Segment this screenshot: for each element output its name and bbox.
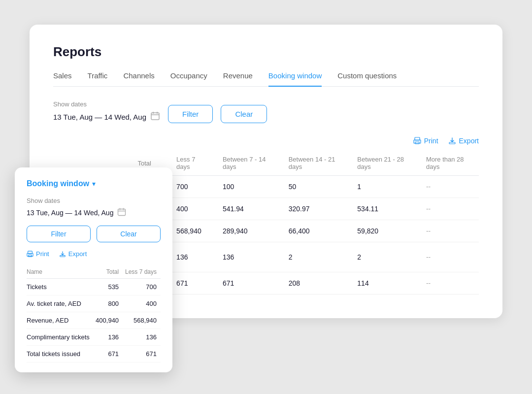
row-less7: 136 <box>169 242 216 272</box>
row-more28: -- <box>419 272 479 295</box>
row-b7-14: 671 <box>216 272 282 295</box>
svg-rect-15 <box>60 255 65 257</box>
filter-row: Show dates 13 Tue, Aug — 14 Wed, Aug Fil… <box>53 100 479 123</box>
popup-table-row: Total tickets issued 671 671 <box>27 346 161 362</box>
row-more28: -- <box>419 176 479 198</box>
action-row: Print Export <box>53 137 479 145</box>
row-b21-28: 1 <box>350 176 419 198</box>
col-more28: More than 28 days <box>419 151 479 176</box>
popup-row-total: 671 <box>94 346 123 362</box>
tab-revenue[interactable]: Revenue <box>223 71 253 87</box>
row-b21-28: 114 <box>350 272 419 295</box>
row-b14-21: 66,400 <box>282 220 351 242</box>
popup-print-link[interactable]: Print <box>27 250 49 258</box>
popup-action-row: Print Export <box>27 250 161 258</box>
row-b14-21: 2 <box>282 242 351 272</box>
filter-button[interactable]: Filter <box>168 105 213 123</box>
popup-table: Name Total Less 7 days Tickets 535 700 A… <box>27 265 161 362</box>
col-b7-14: Between 7 - 14 days <box>216 151 282 176</box>
export-link[interactable]: Export <box>448 137 479 145</box>
tab-channels[interactable]: Channels <box>123 71 154 87</box>
popup-row-name: Total tickets issued <box>27 346 94 362</box>
row-b14-21: 50 <box>282 176 351 198</box>
row-b21-28: 534.11 <box>350 198 419 220</box>
nav-tabs: Sales Traffic Channels Occupancy Revenue… <box>53 71 479 87</box>
print-link[interactable]: Print <box>413 137 438 145</box>
popup-date-row: 13 Tue, Aug — 14 Wed, Aug <box>27 207 161 218</box>
row-more28: -- <box>419 220 479 242</box>
popup-export-link[interactable]: Export <box>59 250 87 258</box>
popup-table-row: Revenue, AED 400,940 568,940 <box>27 312 161 329</box>
popup-col-total: Total <box>94 265 123 279</box>
popup-show-dates-label: Show dates <box>27 197 161 204</box>
row-more28: -- <box>419 198 479 220</box>
print-icon <box>413 137 421 145</box>
popup-calendar-icon[interactable] <box>117 207 126 218</box>
row-b14-21: 208 <box>282 272 351 295</box>
row-b14-21: 320.97 <box>282 198 351 220</box>
popup-row-name: Av. ticket rate, AED <box>27 296 94 312</box>
popup-btn-row: Filter Clear <box>27 226 161 242</box>
popup-print-label: Print <box>36 250 49 258</box>
popup-row-less7: 400 <box>123 296 161 312</box>
popup-row-total: 136 <box>94 329 123 346</box>
popup-row-less7: 568,940 <box>123 312 161 329</box>
row-b7-14: 100 <box>216 176 282 198</box>
export-label: Export <box>459 137 479 145</box>
row-b21-28: 2 <box>350 242 419 272</box>
row-less7: 671 <box>169 272 216 295</box>
popup-row-total: 400,940 <box>94 312 123 329</box>
popup-table-row: Av. ticket rate, AED 800 400 <box>27 296 161 312</box>
tab-custom-questions[interactable]: Custom questions <box>337 71 397 87</box>
col-less7: Less 7 days <box>169 151 216 176</box>
date-section: Show dates 13 Tue, Aug — 14 Wed, Aug <box>53 100 160 123</box>
svg-rect-7 <box>449 142 455 144</box>
popup-col-less7: Less 7 days <box>123 265 161 279</box>
row-less7: 700 <box>169 176 216 198</box>
popup-filter-button[interactable]: Filter <box>27 226 91 242</box>
chevron-down-icon[interactable]: ▾ <box>92 180 96 188</box>
tab-sales[interactable]: Sales <box>53 71 72 87</box>
export-icon <box>448 137 456 145</box>
show-dates-label: Show dates <box>53 100 160 108</box>
popup-export-label: Export <box>68 250 87 258</box>
date-range-text: 13 Tue, Aug — 14 Wed, Aug <box>53 113 146 121</box>
popup-row-less7: 671 <box>123 346 161 362</box>
row-b7-14: 289,940 <box>216 220 282 242</box>
popup-col-name: Name <box>27 265 94 279</box>
row-b7-14: 136 <box>216 242 282 272</box>
popup-row-name: Tickets <box>27 279 94 296</box>
print-label: Print <box>424 137 438 145</box>
popup-row-less7: 136 <box>123 329 161 346</box>
popup-date-range: 13 Tue, Aug — 14 Wed, Aug <box>27 209 113 217</box>
popup-table-row: Tickets 535 700 <box>27 279 161 296</box>
clear-button[interactable]: Clear <box>221 105 267 123</box>
popup-clear-button[interactable]: Clear <box>97 226 161 242</box>
popup-row-name: Revenue, AED <box>27 312 94 329</box>
row-less7: 568,940 <box>169 220 216 242</box>
popup-table-row: Complimentary tickets 136 136 <box>27 329 161 346</box>
tab-occupancy[interactable]: Occupancy <box>170 71 207 87</box>
row-b21-28: 59,820 <box>350 220 419 242</box>
tab-traffic[interactable]: Traffic <box>88 71 108 87</box>
row-less7: 400 <box>169 198 216 220</box>
col-b14-21: Between 14 - 21 days <box>282 151 351 176</box>
calendar-icon[interactable] <box>150 111 160 123</box>
popup-row-less7: 700 <box>123 279 161 296</box>
page-title: Reports <box>53 44 479 60</box>
popup-title: Booking window <box>27 179 89 188</box>
row-more28: -- <box>419 242 479 272</box>
popup-export-icon <box>59 251 66 258</box>
popup-row-total: 800 <box>94 296 123 312</box>
popup-row-total: 535 <box>94 279 123 296</box>
popup-print-icon <box>27 251 33 258</box>
col-b21-28: Between 21 - 28 days <box>350 151 419 176</box>
popup-card: Booking window ▾ Show dates 13 Tue, Aug … <box>15 167 172 372</box>
row-b7-14: 541.94 <box>216 198 282 220</box>
svg-rect-0 <box>151 113 159 120</box>
svg-rect-8 <box>118 209 126 216</box>
popup-row-name: Complimentary tickets <box>27 329 94 346</box>
popup-header: Booking window ▾ <box>27 179 161 188</box>
tab-booking-window[interactable]: Booking window <box>268 71 322 87</box>
